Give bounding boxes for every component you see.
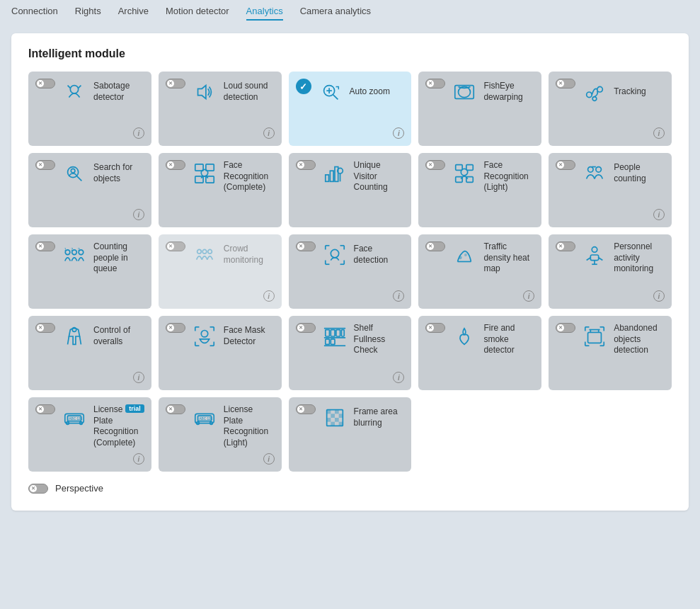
frame-blur-icon xyxy=(321,404,348,431)
svg-point-53 xyxy=(459,256,462,259)
toggle-auto-zoom[interactable]: ✓ xyxy=(296,79,311,94)
svg-point-70 xyxy=(201,331,207,337)
trial-badge: trial xyxy=(125,404,144,413)
perspective-label: Perspective xyxy=(55,483,103,494)
svg-rect-74 xyxy=(341,330,344,336)
info-auto-zoom[interactable]: i xyxy=(393,127,404,139)
toggle-face-recog-light[interactable]: ✕ xyxy=(425,160,445,170)
toggle-counting-queue[interactable]: ✕ xyxy=(35,241,55,251)
info-people-counting[interactable]: i xyxy=(653,209,665,220)
toggle-traffic-density[interactable]: ✕ xyxy=(425,241,445,251)
svg-point-20 xyxy=(201,169,207,176)
toggle-control-overalls[interactable]: ✕ xyxy=(35,323,55,333)
nav-analytics[interactable]: Analytics xyxy=(246,6,283,21)
info-tracking[interactable]: i xyxy=(653,127,665,139)
info-search-objects[interactable]: i xyxy=(133,209,144,220)
info-loud-sound[interactable]: i xyxy=(263,127,275,139)
toggle-crowd-monitoring[interactable]: ✕ xyxy=(166,241,185,251)
face-recog-light-icon xyxy=(451,160,478,187)
info-crowd-monitoring[interactable]: i xyxy=(263,290,275,302)
svg-rect-109 xyxy=(331,422,335,426)
svg-point-15 xyxy=(71,169,75,173)
module-label-personnel-activity: Personnel activity monitoring xyxy=(614,241,665,275)
info-lpr-complete[interactable]: i xyxy=(133,453,144,465)
toggle-personnel-activity[interactable]: ✕ xyxy=(556,241,575,251)
module-label-counting-queue: Counting people in queue xyxy=(93,241,144,275)
face-detection-icon xyxy=(321,241,348,268)
personnel-activity-icon xyxy=(581,241,608,268)
toggle-loud-sound[interactable]: ✕ xyxy=(166,79,185,89)
svg-rect-103 xyxy=(326,410,331,414)
module-label-unique-visitor: Unique Visitor Counting xyxy=(354,160,405,193)
module-tracking: ✕ Tracking i xyxy=(549,72,672,146)
info-lpr-light[interactable]: i xyxy=(263,453,275,465)
toggle-shelf-fullness[interactable]: ✕ xyxy=(296,323,316,333)
module-search-objects: ✕ Search for objects i xyxy=(28,153,151,227)
toggle-face-recog-complete[interactable]: ✕ xyxy=(166,160,185,170)
module-unique-visitor: ✕ Unique Visitor Counting xyxy=(289,153,412,227)
loud-sound-icon xyxy=(191,79,218,106)
toggle-search-objects[interactable]: ✕ xyxy=(35,160,55,170)
fisheye-icon xyxy=(451,79,478,106)
svg-rect-21 xyxy=(325,175,328,181)
nav-archive[interactable]: Archive xyxy=(118,6,149,21)
toggle-perspective[interactable]: ✕ xyxy=(28,484,48,494)
info-face-detection[interactable]: i xyxy=(393,290,404,302)
toggle-frame-blur[interactable]: ✕ xyxy=(296,404,316,414)
info-control-overalls[interactable]: i xyxy=(133,372,144,383)
module-label-lpr-light: License Plate Recognition (Light) xyxy=(224,404,275,448)
svg-rect-106 xyxy=(338,414,343,418)
toggle-fisheye[interactable]: ✕ xyxy=(425,79,445,89)
module-label-people-counting: People counting xyxy=(614,162,665,184)
info-shelf-fullness[interactable]: i xyxy=(393,372,404,383)
info-personnel-activity[interactable]: i xyxy=(653,290,665,302)
toggle-unique-visitor[interactable]: ✕ xyxy=(296,160,316,170)
toggle-abandoned[interactable]: ✕ xyxy=(556,323,575,333)
toggle-lpr-light[interactable]: ✕ xyxy=(166,404,185,414)
svg-point-32 xyxy=(596,167,602,173)
search-objects-icon xyxy=(61,160,88,187)
counting-queue-icon: 1 2 3 xyxy=(61,241,88,268)
module-label-face-recog-light: Face Recognition (Light) xyxy=(483,160,534,193)
svg-text:ABC 123: ABC 123 xyxy=(199,417,212,421)
module-label-shelf-fullness: Shelf Fullness Check xyxy=(354,323,405,356)
perspective-row: ✕ Perspective xyxy=(28,483,672,494)
svg-text:ABC 123: ABC 123 xyxy=(69,417,82,421)
svg-rect-26 xyxy=(456,165,462,171)
info-sabotage[interactable]: i xyxy=(133,127,144,139)
toggle-face-mask[interactable]: ✕ xyxy=(166,323,185,333)
toggle-sabotage[interactable]: ✕ xyxy=(35,79,55,89)
module-personnel-activity: ✕ Personnel activity monitoring xyxy=(549,234,672,309)
module-label-face-mask: Face Mask Detector xyxy=(224,325,275,347)
face-recog-complete-icon xyxy=(191,160,218,187)
svg-text:3: 3 xyxy=(78,247,80,251)
toggle-lpr-complete[interactable]: ✕ xyxy=(35,404,55,414)
crowd-monitoring-icon xyxy=(191,241,218,268)
top-navigation: Connection Rights Archive Motion detecto… xyxy=(0,0,700,26)
control-overalls-icon xyxy=(61,323,88,350)
toggle-face-detection[interactable]: ✕ xyxy=(296,241,316,251)
svg-point-55 xyxy=(592,247,597,253)
toggle-tracking[interactable]: ✕ xyxy=(556,79,575,89)
svg-rect-22 xyxy=(330,171,333,181)
info-traffic-density[interactable]: i xyxy=(523,290,534,302)
svg-point-41 xyxy=(202,249,207,254)
module-shelf-fullness: ✕ Shelf Fullnes xyxy=(289,316,412,390)
module-abandoned: ✕ Abandoned objects detectio xyxy=(549,316,672,390)
toggle-fire-smoke[interactable]: ✕ xyxy=(425,323,445,333)
svg-line-14 xyxy=(77,176,82,181)
svg-point-31 xyxy=(588,167,594,173)
nav-rights[interactable]: Rights xyxy=(75,6,101,21)
svg-line-2 xyxy=(79,86,81,89)
svg-point-11 xyxy=(597,86,603,92)
nav-camera-analytics[interactable]: Camera analytics xyxy=(300,6,371,21)
nav-connection[interactable]: Connection xyxy=(11,6,58,21)
module-traffic-density: ✕ Traffic density heat map i xyxy=(418,234,541,309)
sabotage-icon xyxy=(61,79,88,106)
svg-point-51 xyxy=(331,249,338,257)
nav-motion-detector[interactable]: Motion detector xyxy=(166,6,229,21)
shelf-fullness-icon xyxy=(321,323,348,350)
svg-rect-107 xyxy=(326,418,331,422)
module-face-recog-complete: ✕ Face Recognition (Complete) xyxy=(159,153,282,227)
toggle-people-counting[interactable]: ✕ xyxy=(556,160,575,170)
